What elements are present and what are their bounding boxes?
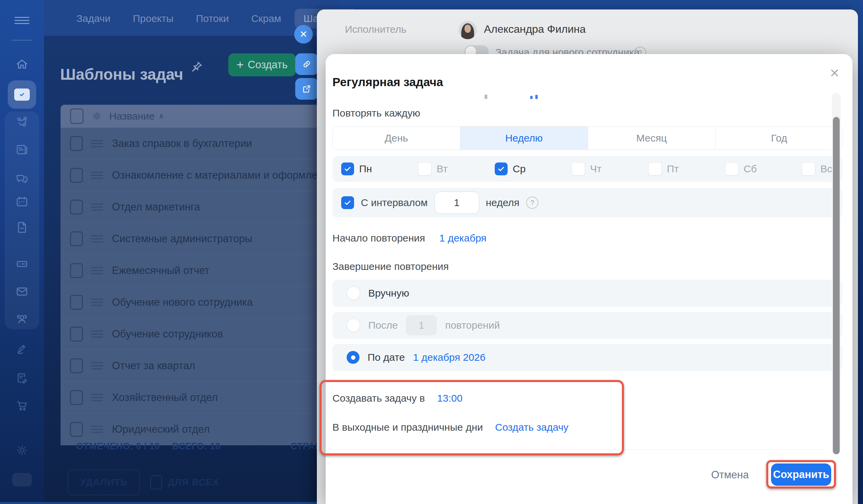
weekday-mon[interactable]: Пн — [333, 163, 409, 175]
period-year[interactable]: Год — [715, 127, 843, 150]
table-row[interactable]: Обучение нового сотрудника — [61, 286, 338, 318]
tab-scrum[interactable]: Скрам — [242, 9, 290, 28]
template-name[interactable]: Системные администраторы — [112, 233, 252, 245]
table-row[interactable]: Отдел маркетинга — [61, 191, 338, 223]
slideover-close-button[interactable]: ✕ — [294, 25, 313, 43]
weekday-fri[interactable]: Пт — [639, 162, 716, 176]
tab-flows[interactable]: Потоки — [187, 9, 238, 28]
sort-asc-icon[interactable]: ∧ — [159, 112, 164, 120]
interval-checkbox[interactable] — [341, 196, 354, 209]
checkbox-checked[interactable] — [341, 163, 354, 175]
sidebar-item-people[interactable] — [0, 312, 44, 326]
row-checkbox[interactable] — [70, 231, 83, 246]
drag-handle-icon[interactable] — [91, 297, 103, 308]
sidebar-item-sign[interactable] — [0, 342, 44, 356]
row-checkbox[interactable] — [70, 199, 83, 215]
end-option-manual[interactable]: Вручную — [333, 280, 842, 307]
sidebar-item-doc-edit[interactable] — [0, 371, 44, 385]
sidebar-item-home[interactable] — [0, 57, 44, 72]
drag-handle-icon[interactable] — [91, 392, 103, 403]
row-checkbox[interactable] — [70, 327, 83, 341]
modal-scrollbar-thumb[interactable] — [833, 117, 840, 454]
open-in-new-button[interactable] — [295, 78, 318, 100]
table-row[interactable]: Юридический отдел — [61, 413, 338, 445]
assignee-avatar[interactable] — [459, 21, 477, 39]
weekday-thu[interactable]: Чт — [563, 162, 639, 176]
table-row[interactable]: Заказ справок в бухгалтерии — [61, 128, 338, 159]
sidebar-item-chats[interactable] — [0, 172, 44, 186]
tab-tasks[interactable]: Задачи — [67, 9, 120, 28]
template-name[interactable]: Ежемесячный отчет — [112, 264, 209, 277]
checkbox-unchecked[interactable] — [725, 162, 739, 176]
repeat-start-date-link[interactable]: 1 декабря — [439, 232, 486, 244]
copy-link-button[interactable] — [295, 53, 318, 75]
weekday-wed[interactable]: Ср — [486, 163, 563, 175]
interval-help-icon[interactable]: ? — [526, 197, 538, 209]
sidebar-item-tasks[interactable] — [8, 80, 36, 109]
sidebar-item-calendar[interactable] — [0, 195, 44, 209]
menu-hamburger-icon[interactable] — [0, 15, 44, 26]
table-row[interactable]: Обучение сотрудников — [61, 318, 338, 350]
row-checkbox[interactable] — [70, 390, 83, 405]
sidebar-item-feed[interactable] — [0, 143, 44, 157]
table-row[interactable]: Системные администраторы — [61, 223, 338, 255]
radio-unselected[interactable] — [347, 319, 360, 332]
table-row[interactable]: Хозяйственный отдел — [61, 382, 338, 413]
drag-handle-icon[interactable] — [91, 265, 103, 276]
row-checkbox[interactable] — [70, 295, 83, 310]
template-name[interactable]: Отчет за квартал — [112, 360, 195, 372]
column-header-name[interactable]: Название — [109, 111, 154, 122]
template-name[interactable]: Обучение нового сотрудника — [112, 296, 253, 308]
drag-handle-icon[interactable] — [91, 360, 103, 371]
radio-selected[interactable] — [347, 351, 360, 364]
weekday-tue[interactable]: Вт — [409, 162, 486, 176]
tab-projects[interactable]: Проекты — [124, 9, 182, 28]
template-name[interactable]: Отдел маркетинга — [112, 201, 200, 213]
assignee-name[interactable]: Александра Филина — [484, 23, 586, 36]
table-row[interactable]: Отчет за квартал — [61, 350, 338, 382]
period-month[interactable]: Месяц — [588, 127, 715, 150]
row-checkbox[interactable] — [70, 263, 83, 278]
row-checkbox[interactable] — [70, 422, 83, 437]
table-row[interactable]: Ознакомление с материалами и оформление — [61, 159, 338, 191]
checkbox-unchecked[interactable] — [648, 162, 662, 176]
checkbox-unchecked[interactable] — [572, 162, 585, 176]
modal-close-icon[interactable]: ✕ — [829, 66, 840, 80]
drag-handle-icon[interactable] — [91, 170, 103, 181]
sidebar-item-settings[interactable] — [0, 443, 44, 457]
drag-handle-icon[interactable] — [91, 202, 103, 212]
row-checkbox[interactable] — [70, 168, 83, 183]
sidebar-item-documents[interactable] — [0, 220, 44, 234]
drag-handle-icon[interactable] — [91, 233, 103, 244]
sidebar-item-store[interactable] — [0, 398, 44, 412]
checkbox-unchecked[interactable] — [802, 162, 815, 176]
cancel-button[interactable]: Отмена — [711, 469, 749, 481]
end-by-date-link[interactable]: 1 декабря 2026 — [413, 352, 486, 363]
sidebar-item-mail[interactable] — [0, 284, 44, 299]
template-name[interactable]: Обучение сотрудников — [112, 328, 223, 340]
checkbox-checked[interactable] — [495, 163, 508, 175]
drag-handle-icon[interactable] — [91, 138, 103, 149]
radio-unselected[interactable] — [347, 286, 360, 300]
drag-handle-icon[interactable] — [91, 329, 103, 339]
weekday-sat[interactable]: Сб — [716, 162, 793, 176]
checkbox-unchecked[interactable] — [418, 162, 432, 176]
period-week[interactable]: Неделю — [460, 127, 588, 150]
end-option-by-date[interactable]: По дате 1 декабря 2026 — [333, 344, 842, 371]
table-row[interactable]: Ежемесячный отчет — [61, 255, 338, 286]
end-option-after[interactable]: После 1 повторений — [333, 312, 842, 339]
template-name[interactable]: Хозяйственный отдел — [112, 391, 218, 404]
row-checkbox[interactable] — [70, 358, 83, 373]
table-settings-gear-icon[interactable] — [91, 111, 102, 122]
row-checkbox[interactable] — [70, 136, 83, 151]
create-template-button[interactable]: + Создать — [228, 53, 296, 76]
select-all-checkbox[interactable] — [70, 108, 84, 124]
for-all-checkbox[interactable] — [150, 475, 162, 490]
template-name[interactable]: Ознакомление с материалами и оформление — [112, 169, 335, 181]
interval-input[interactable]: 1 — [435, 192, 479, 214]
sidebar-item-drive[interactable] — [0, 257, 44, 271]
for-all-option[interactable]: ДЛЯ ВСЕХ — [150, 475, 219, 490]
pin-icon[interactable] — [190, 60, 203, 74]
drag-handle-icon[interactable] — [91, 424, 103, 435]
delete-button[interactable]: УДАЛИТЬ — [67, 469, 140, 495]
